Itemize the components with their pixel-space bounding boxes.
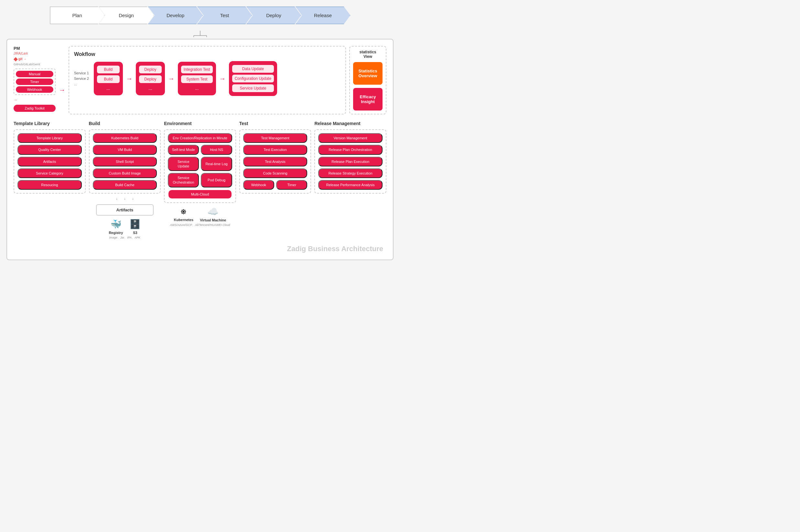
stage-arrow-1: → bbox=[126, 75, 133, 82]
code-scanning-btn[interactable]: Code Scanning bbox=[243, 168, 308, 178]
vm-icon: ☁️ bbox=[207, 206, 219, 217]
test-dots: ... bbox=[181, 85, 213, 92]
trigger-panel: PM JIRA/Lark ◆ git → GitHub/GitLab/Gerri… bbox=[14, 46, 56, 114]
s3-label: S3 bbox=[133, 231, 137, 235]
artifacts-box: Artifacts bbox=[96, 204, 154, 215]
test-timer-btn[interactable]: Timer bbox=[276, 180, 307, 190]
custom-build-image-btn[interactable]: Custom Build Image bbox=[93, 168, 157, 178]
env-row-1: Self-test Mode Host NS bbox=[168, 145, 232, 154]
stage-arrow-2: → bbox=[168, 75, 174, 82]
service-orchestration-btn[interactable]: Service Orchestration bbox=[168, 173, 199, 188]
realtime-log-btn[interactable]: Real-time Log bbox=[201, 157, 232, 171]
step-deploy[interactable]: Deploy bbox=[246, 6, 301, 24]
vm-label: Virtual Machine bbox=[200, 218, 226, 222]
manual-button[interactable]: Manual bbox=[16, 71, 53, 77]
resoucing-btn[interactable]: Resoucing bbox=[17, 180, 82, 190]
deploy-item-1: Deploy bbox=[139, 65, 162, 73]
step-test[interactable]: Test bbox=[197, 6, 252, 24]
release-management-title: Release Management bbox=[314, 121, 386, 126]
cloud-sublabel: AWS/Azure/GCP、Ali/Tencent/HUAWEI Cloud bbox=[164, 223, 236, 227]
build-inner: Kubernetes Build VM Build Shell Script C… bbox=[89, 129, 161, 194]
test-execution-btn[interactable]: Test Execution bbox=[243, 145, 308, 154]
artifact-arrows: ↓↓↓ bbox=[116, 197, 133, 201]
env-row-2: Service Update Real-time Log bbox=[168, 157, 232, 171]
s3-icon: 🗄️ bbox=[129, 219, 141, 229]
pipeline-header: Plan Design Develop Test Deploy Release bbox=[6, 6, 393, 24]
environment-section: Environment Env Creation/Replication in … bbox=[164, 121, 236, 240]
release-management-inner: Version Management Release Plan Orchestr… bbox=[314, 129, 386, 194]
release-item-2: Configuration Update bbox=[232, 75, 274, 82]
artifacts-btn[interactable]: Artifacts bbox=[17, 157, 82, 167]
build-dots: ... bbox=[97, 85, 120, 92]
release-plan-orchestration-btn[interactable]: Release Plan Orchestration bbox=[318, 145, 383, 154]
service-update-btn[interactable]: Service Update bbox=[168, 157, 199, 171]
release-item-3: Service Update bbox=[232, 84, 274, 92]
service-labels: Service 1 Service 2 ... bbox=[74, 71, 89, 86]
step-release[interactable]: Release bbox=[296, 6, 351, 24]
deploy-item-2: Deploy bbox=[139, 75, 162, 83]
vm-build-btn[interactable]: VM Build bbox=[93, 145, 157, 154]
trigger-arrow: → bbox=[59, 46, 65, 114]
build-icons-row: 🐳 Registry 🗄️ S3 bbox=[109, 219, 141, 235]
trigger-buttons-group: Manual Timer Webhook bbox=[14, 69, 56, 95]
step-develop[interactable]: Develop bbox=[148, 6, 203, 24]
env-creation-btn[interactable]: Env Creation/Replication in Minute bbox=[168, 133, 232, 143]
step-plan[interactable]: Plan bbox=[50, 6, 105, 24]
release-strategy-execution-btn[interactable]: Release Strategy Execution bbox=[318, 168, 383, 178]
test-webhook-btn[interactable]: Webhook bbox=[243, 180, 274, 190]
test-row-bottom: Webhook Timer bbox=[243, 180, 308, 190]
template-library-section: Template Library Template Library Qualit… bbox=[14, 121, 86, 240]
statistics-overview[interactable]: Statistics Overview bbox=[353, 62, 383, 85]
step-design[interactable]: Design bbox=[99, 6, 154, 24]
test-section: Test Test Management Test Execution Test… bbox=[239, 121, 311, 240]
test-item-1: Integration Test bbox=[181, 65, 213, 73]
cloud-icons-row: ⎈ Kubernetes ☁️ Virtual Machine bbox=[164, 206, 236, 222]
webhook-button[interactable]: Webhook bbox=[16, 86, 53, 93]
build-title: Build bbox=[89, 121, 161, 126]
release-performance-analysis-btn[interactable]: Release Performance Analysis bbox=[318, 180, 383, 190]
shell-script-btn[interactable]: Shell Script bbox=[93, 157, 157, 167]
release-item-1: Data Update bbox=[232, 65, 274, 73]
release-plan-execution-btn[interactable]: Release Plan Execution bbox=[318, 157, 383, 167]
timer-button[interactable]: Timer bbox=[16, 78, 53, 85]
version-management-btn[interactable]: Version Management bbox=[318, 133, 383, 143]
environment-title: Environment bbox=[164, 121, 236, 126]
test-management-btn[interactable]: Test Management bbox=[243, 133, 308, 143]
template-library-inner: Template Library Quality Center Artifact… bbox=[14, 129, 86, 194]
multicloud-btn[interactable]: Multi-Cloud bbox=[168, 189, 232, 199]
test-stage: Integration Test System Test ... bbox=[178, 62, 216, 95]
template-library-btn[interactable]: Template Library bbox=[17, 133, 82, 143]
kubernetes-icon-item: ⎈ Kubernetes bbox=[174, 206, 194, 222]
quality-center-btn[interactable]: Quality Center bbox=[17, 145, 82, 154]
build-cache-btn[interactable]: Build Cache bbox=[93, 180, 157, 190]
environment-inner: Env Creation/Replication in Minute Self-… bbox=[164, 129, 236, 203]
service-category-btn[interactable]: Service Category bbox=[17, 168, 82, 178]
self-test-mode-btn[interactable]: Self-test Mode bbox=[168, 145, 199, 154]
image-sublabel: Image、Jar、IPA、APK bbox=[109, 235, 140, 240]
test-item-2: System Test bbox=[181, 75, 213, 83]
efficacy-insight[interactable]: Efficacy Insight bbox=[353, 88, 383, 111]
main-content-box: PM JIRA/Lark ◆ git → GitHub/GitLab/Gerri… bbox=[6, 39, 393, 260]
kubernetes-label: Kubernetes bbox=[174, 218, 194, 222]
zadig-toolkit-button[interactable]: Zadig Toolkit bbox=[14, 105, 56, 112]
github-label: GitHub/GitLab/Gerrit bbox=[14, 63, 56, 66]
statistics-sidebar: statistics View Statistics Overview Effi… bbox=[349, 46, 386, 114]
watermark: Zadig Business Architecture bbox=[14, 245, 386, 253]
workflow-title: Wokflow bbox=[74, 51, 340, 57]
workflow-stages: Service 1 Service 2 ... Build Build ... … bbox=[74, 61, 340, 96]
host-ns-btn[interactable]: Host NS bbox=[201, 145, 232, 154]
release-management-section: Release Management Version Management Re… bbox=[314, 121, 386, 240]
build-stage: Build Build ... bbox=[94, 62, 123, 95]
stage-arrow-3: → bbox=[219, 75, 226, 82]
pm-label: PM bbox=[14, 46, 56, 51]
registry-icon-item: 🐳 Registry bbox=[109, 219, 123, 235]
kubernetes-build-btn[interactable]: Kubernetes Build bbox=[93, 133, 157, 143]
build-section: Build Kubernetes Build VM Build Shell Sc… bbox=[89, 121, 161, 240]
deploy-stage: Deploy Deploy ... bbox=[136, 62, 165, 95]
test-analysis-btn[interactable]: Test Analysis bbox=[243, 157, 308, 167]
jira-label: JIRA/Lark bbox=[14, 52, 56, 55]
registry-label: Registry bbox=[109, 231, 123, 235]
pod-debug-btn[interactable]: Pod Debug bbox=[201, 173, 232, 188]
build-item-2: Build bbox=[97, 75, 120, 83]
deploy-dots: ... bbox=[139, 85, 162, 92]
